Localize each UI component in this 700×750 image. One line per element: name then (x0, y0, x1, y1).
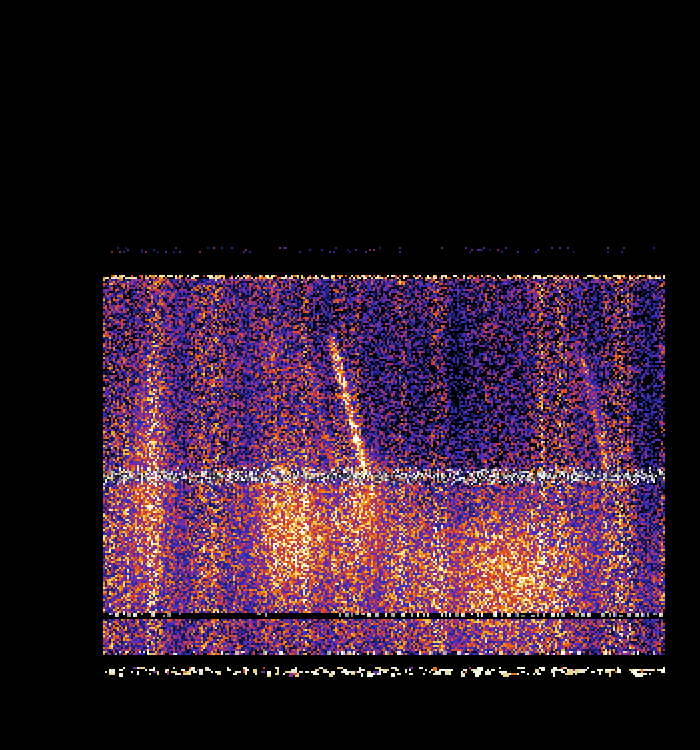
screenshot-root (0, 0, 700, 750)
spectrogram-image (103, 245, 665, 677)
